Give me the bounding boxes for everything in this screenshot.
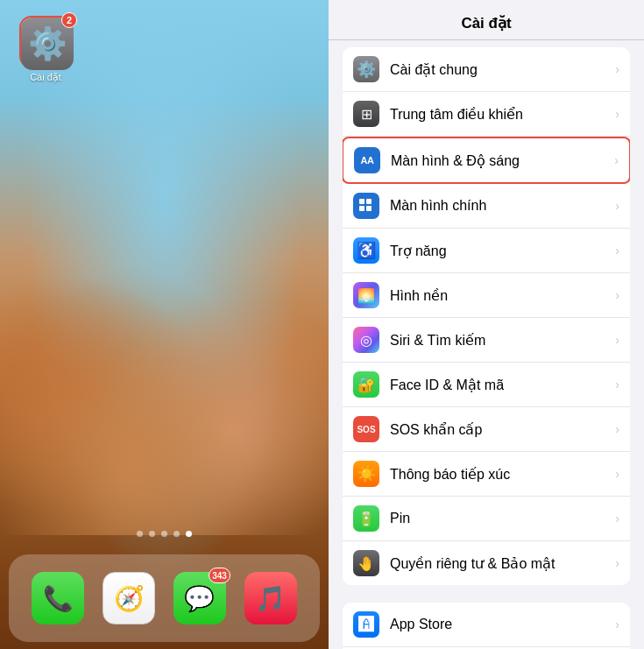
settings-icon-wrapper[interactable]: ⚙️ 2 — [19, 16, 72, 68]
home-screen: ⚙️ 2 Cài đặt 📞 🧭 💬 343 🎵 — [0, 0, 329, 649]
chevron-icon: › — [615, 377, 619, 392]
app-badge: 2 — [61, 12, 77, 28]
accessibility-label: Trợ năng — [390, 243, 615, 259]
chevron-icon: › — [614, 153, 619, 167]
exposure-label: Thông báo tiếp xúc — [390, 466, 615, 483]
chevron-icon: › — [615, 243, 619, 257]
settings-item-general[interactable]: ⚙️ Cài đặt chung › — [343, 47, 630, 92]
chevron-icon: › — [615, 467, 619, 481]
general-icon: ⚙️ — [353, 56, 379, 82]
safari-icon: 🧭 — [114, 584, 145, 613]
exposure-icon: ☀️ — [353, 461, 379, 487]
siri-icon: ◎ — [353, 327, 379, 353]
app-label: Cài đặt — [30, 72, 61, 83]
settings-panel: Cài đặt ⚙️ Cài đặt chung › ⊞ Trung tâm đ… — [329, 0, 644, 649]
settings-app-icon[interactable]: ⚙️ 2 Cài đặt — [12, 16, 79, 83]
dot-2 — [149, 531, 155, 537]
settings-section-2: 🅰 App Store › 👛 Ví › — [343, 603, 630, 649]
chevron-icon: › — [615, 617, 619, 631]
settings-item-control[interactable]: ⊞ Trung tâm điều khiển › — [343, 92, 630, 137]
gear-icon: ⚙️ — [28, 25, 67, 62]
chevron-icon: › — [615, 511, 619, 526]
messages-icon: 💬 — [184, 584, 215, 613]
wallpaper-label: Hình nền — [390, 287, 615, 304]
svg-rect-2 — [359, 206, 364, 211]
privacy-label: Quyền riêng tư & Bảo mật — [390, 555, 615, 572]
general-label: Cài đặt chung — [390, 61, 615, 78]
siri-label: Siri & Tìm kiếm — [390, 332, 615, 349]
homescreen-label: Màn hình chính — [390, 198, 615, 214]
appstore-icon: 🅰 — [353, 611, 379, 638]
dot-1 — [137, 531, 143, 537]
chevron-icon: › — [615, 288, 619, 302]
settings-item-faceid[interactable]: 🔐 Face ID & Mật mã › — [343, 363, 630, 407]
control-icon: ⊞ — [353, 101, 379, 127]
chevron-icon: › — [615, 422, 619, 436]
sos-icon: SOS — [353, 416, 379, 442]
faceid-icon: 🔐 — [353, 371, 379, 398]
rock-formation — [0, 185, 329, 535]
dock: 📞 🧭 💬 343 🎵 — [9, 554, 320, 642]
dot-4 — [173, 531, 180, 537]
settings-item-privacy[interactable]: 🤚 Quyền riêng tư & Bảo mật › — [343, 541, 630, 585]
dock-messages-app[interactable]: 💬 343 — [173, 572, 226, 624]
svg-rect-0 — [359, 199, 364, 204]
battery-icon: 🔋 — [353, 505, 379, 532]
battery-label: Pin — [390, 511, 615, 526]
settings-item-wallpaper[interactable]: 🌅 Hình nền › — [343, 273, 630, 318]
music-icon: 🎵 — [255, 584, 286, 613]
svg-rect-1 — [366, 199, 372, 204]
chevron-icon: › — [615, 199, 619, 213]
settings-item-appstore[interactable]: 🅰 App Store › — [343, 603, 630, 647]
phone-icon: 📞 — [43, 584, 74, 613]
sos-label: SOS khẩn cấp — [390, 421, 615, 438]
settings-header: Cài đặt — [329, 0, 644, 40]
chevron-icon: › — [615, 333, 619, 347]
chevron-icon: › — [615, 556, 619, 570]
settings-item-homescreen[interactable]: Màn hình chính › — [343, 184, 630, 229]
chevron-icon: › — [615, 62, 619, 76]
appstore-label: App Store — [390, 617, 615, 632]
dock-music-app[interactable]: 🎵 — [244, 572, 297, 624]
chevron-icon: › — [615, 107, 619, 121]
settings-item-sos[interactable]: SOS SOS khẩn cấp › — [343, 407, 630, 452]
wallpaper-icon: 🌅 — [353, 282, 379, 308]
accessibility-icon: ♿ — [353, 237, 379, 264]
settings-list: ⚙️ Cài đặt chung › ⊞ Trung tâm điều khiể… — [329, 40, 644, 649]
settings-item-battery[interactable]: 🔋 Pin › — [343, 497, 630, 541]
messages-badge: 343 — [209, 568, 230, 583]
dot-3 — [161, 531, 167, 537]
control-label: Trung tâm điều khiển — [390, 106, 615, 123]
page-dots — [0, 531, 329, 537]
settings-item-accessibility[interactable]: ♿ Trợ năng › — [343, 229, 630, 273]
settings-section-1: ⚙️ Cài đặt chung › ⊞ Trung tâm điều khiể… — [343, 47, 630, 585]
settings-item-exposure[interactable]: ☀️ Thông báo tiếp xúc › — [343, 452, 630, 497]
privacy-icon: 🤚 — [353, 550, 379, 576]
homescreen-icon — [353, 193, 379, 219]
dock-safari-app[interactable]: 🧭 — [103, 572, 155, 624]
display-icon: AA — [354, 147, 380, 173]
display-label: Màn hình & Độ sáng — [391, 152, 614, 169]
settings-item-display[interactable]: AA Màn hình & Độ sáng › — [343, 137, 630, 184]
settings-title: Cài đặt — [461, 15, 511, 32]
settings-item-siri[interactable]: ◎ Siri & Tìm kiếm › — [343, 318, 630, 363]
svg-rect-3 — [366, 206, 372, 211]
dot-5-active — [186, 531, 192, 537]
dock-phone-app[interactable]: 📞 — [32, 572, 84, 624]
faceid-label: Face ID & Mật mã — [390, 377, 615, 393]
